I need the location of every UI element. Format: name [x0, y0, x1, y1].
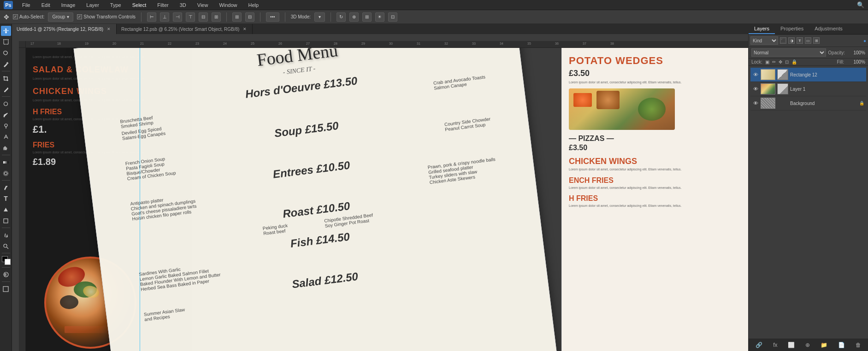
brush-tool[interactable]: [1, 110, 11, 120]
opacity-value[interactable]: 100%: [847, 50, 865, 55]
menu-help[interactable]: Help: [247, 1, 261, 9]
tab-properties[interactable]: Properties: [775, 24, 809, 34]
align-middle-h-btn[interactable]: ⊟: [199, 12, 208, 22]
layer-mask-btn[interactable]: ⬜: [786, 341, 797, 349]
hand-tool[interactable]: [1, 230, 11, 240]
layer-rectangle12[interactable]: 👁 Rectangle 12: [750, 68, 866, 82]
lasso-tool[interactable]: [1, 48, 11, 58]
lock-transparent-btn[interactable]: ▣: [765, 59, 769, 64]
3d-extra-icon[interactable]: ⊡: [388, 12, 397, 22]
3d-rotate-icon[interactable]: ↻: [337, 12, 346, 22]
layer-link-btn[interactable]: 🔗: [754, 341, 764, 349]
color-swatches[interactable]: [1, 255, 11, 265]
tab-rectangle12[interactable]: Rectangle 12.psb @ 6.25% (Vector Smart O…: [117, 24, 253, 34]
tab-adjustments[interactable]: Adjustments: [809, 24, 848, 34]
opacity-label: Opacity:: [828, 50, 845, 55]
layer-new-btn[interactable]: 📄: [836, 341, 847, 349]
align-left-btn[interactable]: ⊢: [147, 12, 156, 22]
text-tool[interactable]: T: [1, 193, 11, 204]
zoom-tool[interactable]: [1, 241, 11, 251]
history-brush-tool[interactable]: [1, 132, 11, 142]
lock-image-btn[interactable]: ✏: [772, 59, 776, 64]
filter-shape-icon[interactable]: ▭: [805, 37, 811, 44]
svg-rect-11: [4, 273, 6, 276]
layer-eye-layer1[interactable]: 👁: [752, 86, 759, 92]
layer-fx-btn[interactable]: fx: [771, 341, 779, 349]
menu-edit[interactable]: Edit: [40, 1, 52, 9]
magic-wand-tool[interactable]: [1, 59, 11, 69]
lock-artboard-btn[interactable]: ⊡: [785, 59, 789, 64]
transform-checkbox[interactable]: ✓ Show Transform Controls: [77, 14, 136, 19]
filter-toggle[interactable]: ●: [863, 38, 866, 43]
menu-layer[interactable]: Layer: [84, 1, 101, 9]
filter-smartobj-icon[interactable]: ⊞: [813, 37, 820, 44]
filter-pixel-icon[interactable]: ⬛: [780, 37, 786, 44]
h-fries-desc-right: Lorem ipsum dolor sit amet, consectetur …: [569, 204, 748, 208]
3d-pan-icon[interactable]: ⊕: [349, 12, 359, 22]
layer-lock-icon: 🔒: [859, 101, 864, 105]
layers-list: 👁 Rectangle 12 👁 L: [749, 66, 868, 339]
align-center-v-btn[interactable]: ⊥: [160, 12, 169, 22]
tab-layers[interactable]: Layers: [749, 24, 775, 34]
3d-light-icon[interactable]: ☀: [375, 12, 384, 22]
filter-type-icon[interactable]: T: [797, 37, 803, 44]
path-select-tool[interactable]: [1, 205, 11, 215]
menu-window[interactable]: Window: [217, 1, 239, 9]
quick-mask-btn[interactable]: [1, 269, 11, 280]
filter-adjustment-icon[interactable]: ◑: [788, 37, 795, 44]
group-select[interactable]: Group ▾: [48, 12, 73, 22]
menu-file[interactable]: File: [20, 1, 32, 9]
layer-eye-background[interactable]: 👁: [752, 100, 759, 106]
pizzas-price: £3.50: [569, 144, 748, 152]
menu-select[interactable]: Select: [130, 1, 148, 9]
align-bottom-btn[interactable]: ⊞: [212, 12, 221, 22]
mode-3d-select[interactable]: ▾: [314, 12, 325, 22]
layer-layer1[interactable]: 👁 Layer 1: [750, 82, 866, 96]
layer-delete-btn[interactable]: 🗑: [854, 341, 863, 349]
app-icon: Ps: [4, 1, 13, 9]
pen-tool[interactable]: [1, 182, 11, 193]
search-icon[interactable]: 🔍: [857, 1, 864, 8]
shape-tool[interactable]: [1, 216, 11, 226]
healing-brush-tool[interactable]: [1, 99, 11, 109]
distribute2-btn[interactable]: ⊟: [245, 12, 254, 22]
eraser-tool[interactable]: [1, 143, 11, 153]
filter-kind-select[interactable]: Kind Name Effect Mode Attribute Color Sm…: [750, 36, 778, 45]
screen-mode-btn[interactable]: [1, 284, 11, 294]
gradient-tool[interactable]: [1, 157, 11, 167]
layer-eye-rectangle12[interactable]: 👁: [752, 72, 759, 77]
align-right-btn[interactable]: ⊣: [173, 12, 182, 22]
canvas-area: Untitled-1 @ 275% (Rectangle 12, RGB/8) …: [12, 24, 748, 351]
auto-select-checkbox[interactable]: ✓ Auto-Select:: [13, 14, 44, 19]
lock-position-btn[interactable]: ✥: [779, 59, 782, 64]
tab-untitled1[interactable]: Untitled-1 @ 275% (Rectangle 12, RGB/8) …: [12, 24, 117, 34]
more-options-btn[interactable]: •••: [266, 12, 279, 22]
fill-value[interactable]: 100%: [847, 59, 865, 64]
blur-tool[interactable]: [1, 168, 11, 178]
layer-group-btn[interactable]: 📁: [819, 341, 829, 349]
crop-tool[interactable]: [1, 73, 11, 83]
layer-background[interactable]: 👁 Background 🔒: [750, 96, 866, 111]
eyedropper-tool[interactable]: [1, 84, 11, 94]
tab-close-1[interactable]: ✕: [106, 26, 112, 32]
tab-close-2[interactable]: ✕: [242, 26, 248, 32]
menu-filter[interactable]: Filter: [155, 1, 170, 9]
menu-image[interactable]: Image: [59, 1, 77, 9]
layer-thumb-rectangle12: [761, 69, 775, 80]
menu-3d[interactable]: 3D: [178, 1, 188, 9]
menu-type[interactable]: Type: [108, 1, 123, 9]
lock-all-btn[interactable]: 🔒: [791, 59, 797, 64]
rectangle-select-tool[interactable]: [1, 37, 11, 47]
ruler-corner: [19, 41, 26, 48]
fill-label: Fill:: [837, 59, 844, 64]
distribute-btn[interactable]: ⊞: [232, 12, 242, 22]
move-tool[interactable]: [1, 26, 11, 36]
document-viewport[interactable]: Lorem ipsum dolor sit amet, consectetur …: [26, 48, 748, 351]
blend-mode-select[interactable]: Normal Dissolve Multiply Screen Overlay …: [751, 48, 826, 57]
align-top-btn[interactable]: ⊤: [186, 12, 195, 22]
ench-fries-title: ENCH FRIES: [569, 176, 748, 185]
stamp-tool[interactable]: [1, 121, 11, 131]
layer-adj-btn[interactable]: ⊕: [803, 341, 812, 349]
menu-view[interactable]: View: [195, 1, 210, 9]
3d-zoom-icon[interactable]: ⊞: [362, 12, 372, 22]
